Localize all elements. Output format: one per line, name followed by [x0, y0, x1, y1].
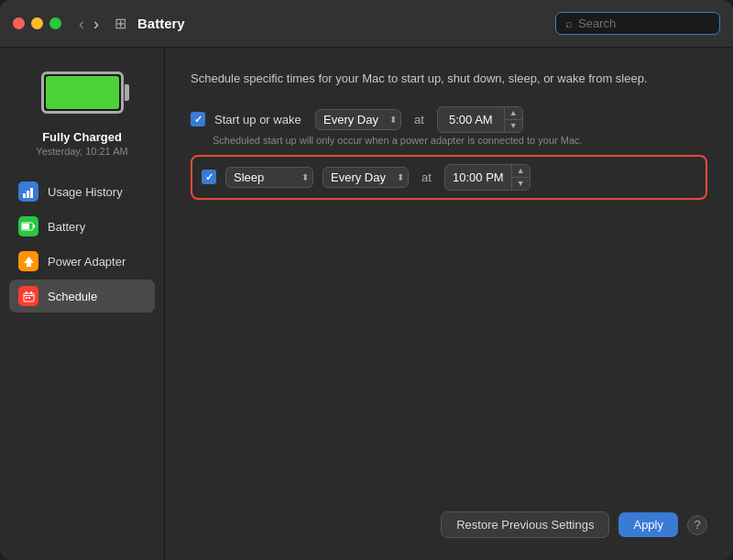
search-icon: ⌕ — [565, 16, 573, 30]
traffic-lights — [13, 17, 61, 29]
power-adapter-icon — [18, 251, 38, 271]
close-button[interactable] — [13, 17, 25, 29]
sleep-checkbox[interactable]: ✓ — [202, 170, 216, 184]
sleep-time-down[interactable]: ▼ — [512, 178, 530, 190]
schedule-section: ✓ Start up or wake Every Day Weekdays We… — [191, 106, 707, 200]
svg-rect-5 — [33, 225, 35, 228]
svg-rect-2 — [30, 188, 33, 198]
content-area: Schedule specific times for your Mac to … — [165, 48, 733, 560]
checkbox-check-icon: ✓ — [194, 114, 202, 126]
battery-icon — [18, 216, 38, 236]
back-arrow[interactable]: ‹ — [76, 16, 87, 32]
sleep-row-container: ✓ Sleep Restart Shut Down ⬍ Every Day — [191, 155, 707, 200]
battery-icon-container — [41, 71, 124, 114]
battery-fill — [46, 76, 119, 109]
startup-note: Scheduled start up will only occur when … — [213, 135, 707, 146]
sleep-frequency-wrapper: Every Day Weekdays Weekends ⬍ — [323, 167, 409, 188]
maximize-button[interactable] — [49, 17, 61, 29]
startup-time-up[interactable]: ▲ — [505, 107, 522, 120]
sleep-time-stepper: ▲ ▼ — [511, 165, 530, 190]
apply-button[interactable]: Apply — [618, 512, 678, 537]
bottom-bar: Restore Previous Settings Apply ? — [191, 497, 707, 538]
battery-visual — [41, 71, 124, 114]
startup-checkbox[interactable]: ✓ — [191, 112, 205, 126]
sidebar-item-label-battery: Battery — [48, 220, 85, 234]
sidebar-nav: Usage History Battery — [0, 175, 164, 314]
restore-previous-settings-button[interactable]: Restore Previous Settings — [441, 511, 609, 538]
svg-rect-9 — [30, 291, 32, 294]
sleep-action-select[interactable]: Sleep Restart Shut Down — [225, 167, 313, 188]
svg-rect-8 — [26, 291, 27, 294]
titlebar: ‹ › ⊞ Battery ⌕ — [0, 0, 733, 48]
svg-rect-4 — [22, 224, 29, 229]
svg-rect-11 — [26, 297, 27, 299]
sidebar-item-label-usage-history: Usage History — [48, 185, 123, 199]
sleep-time-value: 10:00 PM — [445, 168, 511, 187]
usage-history-icon — [18, 181, 38, 202]
description-text: Schedule specific times for your Mac to … — [191, 70, 707, 88]
grid-icon[interactable]: ⊞ — [115, 15, 126, 32]
window-title: Battery — [137, 16, 548, 31]
sidebar-item-battery[interactable]: Battery — [9, 210, 155, 243]
minimize-button[interactable] — [31, 17, 43, 29]
help-button[interactable]: ? — [687, 515, 707, 535]
sleep-at-label: at — [421, 170, 432, 184]
forward-arrow[interactable]: › — [91, 16, 102, 32]
schedule-icon — [18, 286, 38, 306]
startup-time-value: 5:00 AM — [438, 110, 504, 129]
startup-time-wrapper: 5:00 AM ▲ ▼ — [437, 106, 523, 133]
sidebar-item-power-adapter[interactable]: Power Adapter — [9, 245, 155, 278]
svg-rect-0 — [23, 193, 26, 198]
battery-status-label: Fully Charged — [42, 130, 122, 144]
svg-rect-10 — [24, 295, 34, 296]
search-box[interactable]: ⌕ — [555, 12, 720, 35]
startup-time-stepper: ▲ ▼ — [504, 107, 522, 132]
startup-frequency-wrapper: Every Day Weekdays Weekends ⬍ — [315, 109, 401, 130]
main-layout: Fully Charged Yesterday, 10:21 AM Usage … — [0, 48, 733, 560]
sleep-frequency-select[interactable]: Every Day Weekdays Weekends — [323, 167, 409, 188]
startup-time-down[interactable]: ▼ — [505, 120, 522, 132]
sleep-checkbox-check-icon: ✓ — [205, 171, 213, 183]
sidebar-item-usage-history[interactable]: Usage History — [9, 175, 155, 208]
startup-label: Start up or wake — [214, 113, 306, 126]
svg-rect-1 — [27, 191, 29, 198]
svg-rect-12 — [28, 297, 30, 299]
sidebar-item-schedule[interactable]: Schedule — [9, 280, 155, 313]
startup-schedule-row: ✓ Start up or wake Every Day Weekdays We… — [191, 106, 707, 133]
startup-row: ✓ Start up or wake Every Day Weekdays We… — [191, 106, 707, 146]
search-input[interactable] — [578, 16, 697, 30]
sidebar-item-label-schedule: Schedule — [48, 290, 97, 303]
startup-at-label: at — [414, 113, 424, 126]
startup-frequency-select[interactable]: Every Day Weekdays Weekends — [315, 109, 401, 130]
sleep-time-wrapper: 10:00 PM ▲ ▼ — [444, 164, 531, 191]
svg-marker-6 — [24, 257, 34, 267]
main-window: ‹ › ⊞ Battery ⌕ Fully Charged Yesterday,… — [0, 0, 733, 560]
sleep-time-up[interactable]: ▲ — [512, 165, 530, 178]
sidebar: Fully Charged Yesterday, 10:21 AM Usage … — [0, 48, 165, 560]
sleep-action-wrapper: Sleep Restart Shut Down ⬍ — [225, 167, 313, 188]
battery-date-label: Yesterday, 10:21 AM — [36, 146, 127, 157]
sidebar-item-label-power-adapter: Power Adapter — [48, 255, 126, 269]
nav-arrows: ‹ › — [76, 16, 102, 32]
